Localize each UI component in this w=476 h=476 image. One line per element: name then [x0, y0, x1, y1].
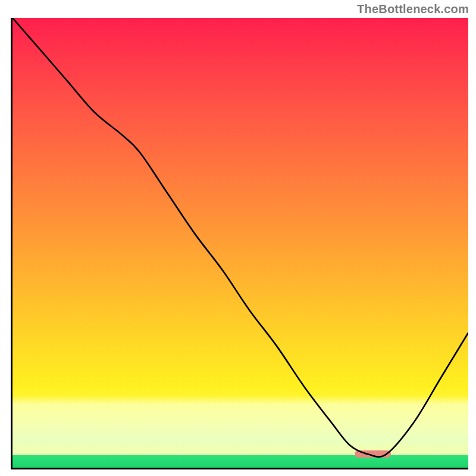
bottleneck-curve	[12, 18, 468, 468]
watermark-text: TheBottleneck.com	[357, 2, 469, 16]
plot-area	[11, 18, 468, 469]
curve-path	[12, 18, 468, 457]
chart-container: TheBottleneck.com	[0, 0, 476, 476]
